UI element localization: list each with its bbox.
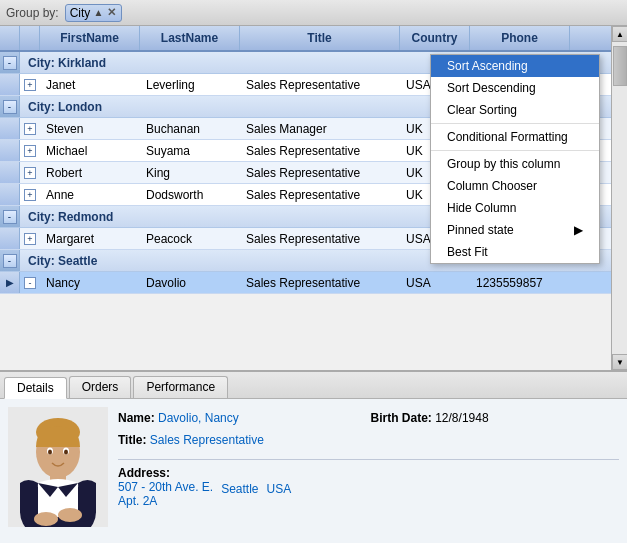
data-row-current[interactable]: ▶ - Nancy Davolio Sales Representative U… xyxy=(0,272,627,294)
current-row-arrow: ▶ xyxy=(6,277,14,288)
cell-firstname: Michael xyxy=(40,142,140,160)
expand-btn[interactable]: + xyxy=(24,145,36,157)
cell-lastname: Suyama xyxy=(140,142,240,160)
scroll-thumb[interactable] xyxy=(613,46,627,86)
detail-title-field: Title: Sales Representative xyxy=(118,433,619,447)
cell-title: Sales Representative xyxy=(240,76,400,94)
detail-photo xyxy=(8,407,108,527)
group-collapse-btn[interactable]: - xyxy=(3,254,17,268)
header-country[interactable]: Country xyxy=(400,26,470,50)
group-bar: Group by: City ▲ ✕ xyxy=(0,0,627,26)
context-menu-item-clear-sorting[interactable]: Clear Sorting xyxy=(431,99,599,121)
cell-title: Sales Representative xyxy=(240,186,400,204)
detail-content: Name: Davolio, Nancy Birth Date: 12/8/19… xyxy=(0,399,627,540)
expand-btn[interactable]: + xyxy=(24,79,36,91)
vertical-scrollbar[interactable]: ▲ ▼ xyxy=(611,26,627,370)
detail-birth-label: Birth Date: xyxy=(371,411,432,425)
detail-name-label: Name: xyxy=(118,411,155,425)
detail-name-value: Davolio, Nancy xyxy=(158,411,239,425)
cell-title: Sales Manager xyxy=(240,120,400,138)
row-indicator xyxy=(0,162,20,183)
detail-birth-field: Birth Date: 12/8/1948 xyxy=(371,411,620,425)
row-indicator xyxy=(0,228,20,249)
detail-country-value: USA xyxy=(267,482,292,496)
group-label-london: City: London xyxy=(20,100,110,114)
expand-cell[interactable]: + xyxy=(20,233,40,245)
cell-lastname: King xyxy=(140,164,240,182)
cell-lastname: Peacock xyxy=(140,230,240,248)
expand-cell[interactable]: - xyxy=(20,277,40,289)
tab-orders[interactable]: Orders xyxy=(69,376,132,398)
row-indicator-current: ▶ xyxy=(0,272,20,293)
expand-cell[interactable]: + xyxy=(20,145,40,157)
detail-panel: Details Orders Performance xyxy=(0,371,627,543)
expand-btn[interactable]: + xyxy=(24,123,36,135)
cell-country: USA xyxy=(400,274,470,292)
tab-details[interactable]: Details xyxy=(4,377,67,399)
header-firstname[interactable]: FirstName xyxy=(40,26,140,50)
context-menu-item-pinned-label: Pinned state xyxy=(447,223,514,237)
cell-firstname: Nancy xyxy=(40,274,140,292)
cell-lastname: Davolio xyxy=(140,274,240,292)
group-bar-label: Group by: xyxy=(6,6,59,20)
context-menu-item-best-fit[interactable]: Best Fit xyxy=(431,241,599,263)
detail-info: Name: Davolio, Nancy Birth Date: 12/8/19… xyxy=(118,407,619,532)
cell-lastname: Dodsworth xyxy=(140,186,240,204)
cell-lastname: Leverling xyxy=(140,76,240,94)
grid-container: FirstName LastName Title Country Phone -… xyxy=(0,26,627,371)
svg-point-9 xyxy=(48,450,52,455)
svg-point-6 xyxy=(58,508,82,522)
svg-point-10 xyxy=(64,450,68,455)
cell-lastname: Buchanan xyxy=(140,120,240,138)
group-collapse-btn[interactable]: - xyxy=(3,210,17,224)
detail-address-label: Address: xyxy=(118,466,170,480)
cell-firstname: Janet xyxy=(40,76,140,94)
header-indicator xyxy=(0,26,20,50)
context-menu-separator-1 xyxy=(431,123,599,124)
expand-btn[interactable]: + xyxy=(24,167,36,179)
group-label-redmond: City: Redmond xyxy=(20,210,121,224)
group-chip-close[interactable]: ✕ xyxy=(106,6,117,19)
svg-point-5 xyxy=(34,512,58,526)
group-row-indicator: - xyxy=(0,96,20,117)
cell-firstname: Margaret xyxy=(40,230,140,248)
cell-firstname: Steven xyxy=(40,120,140,138)
group-collapse-btn[interactable]: - xyxy=(3,56,17,70)
context-menu-item-group-by[interactable]: Group by this column xyxy=(431,153,599,175)
context-menu-item-sort-desc[interactable]: Sort Descending xyxy=(431,77,599,99)
grid-header: FirstName LastName Title Country Phone xyxy=(0,26,627,52)
detail-city-value: Seattle xyxy=(221,482,258,496)
cell-firstname: Robert xyxy=(40,164,140,182)
tab-performance[interactable]: Performance xyxy=(133,376,228,398)
group-row-indicator: - xyxy=(0,250,20,271)
expand-btn[interactable]: + xyxy=(24,189,36,201)
detail-birth-value: 12/8/1948 xyxy=(435,411,488,425)
expand-cell[interactable]: + xyxy=(20,167,40,179)
context-menu-item-hide-col[interactable]: Hide Column xyxy=(431,197,599,219)
context-menu-item-sort-asc[interactable]: Sort Ascending xyxy=(431,55,599,77)
scroll-up-btn[interactable]: ▲ xyxy=(612,26,627,42)
cell-title: Sales Representative xyxy=(240,230,400,248)
detail-address-block: Address: 507 - 20th Ave. E.Apt. 2A xyxy=(118,466,213,508)
header-title[interactable]: Title xyxy=(240,26,400,50)
context-menu-item-col-chooser[interactable]: Column Chooser xyxy=(431,175,599,197)
scroll-down-btn[interactable]: ▼ xyxy=(612,354,627,370)
expand-cell[interactable]: + xyxy=(20,189,40,201)
header-lastname[interactable]: LastName xyxy=(140,26,240,50)
expand-cell[interactable]: + xyxy=(20,123,40,135)
expand-btn[interactable]: + xyxy=(24,233,36,245)
detail-title-label: Title: xyxy=(118,433,146,447)
context-menu-item-pinned[interactable]: Pinned state ▶ xyxy=(431,219,599,241)
group-collapse-btn[interactable]: - xyxy=(3,100,17,114)
cell-phone: 1235559857 xyxy=(470,274,570,292)
expand-cell[interactable]: + xyxy=(20,79,40,91)
context-menu-item-cond-format[interactable]: Conditional Formatting xyxy=(431,126,599,148)
cell-title: Sales Representative xyxy=(240,164,400,182)
header-phone[interactable]: Phone xyxy=(470,26,570,50)
row-indicator xyxy=(0,140,20,161)
group-chip-arrow: ▲ xyxy=(93,7,103,18)
detail-title-value: Sales Representative xyxy=(150,433,264,447)
group-chip[interactable]: City ▲ ✕ xyxy=(65,4,123,22)
minus-btn[interactable]: - xyxy=(24,277,36,289)
person-avatar xyxy=(8,407,108,527)
